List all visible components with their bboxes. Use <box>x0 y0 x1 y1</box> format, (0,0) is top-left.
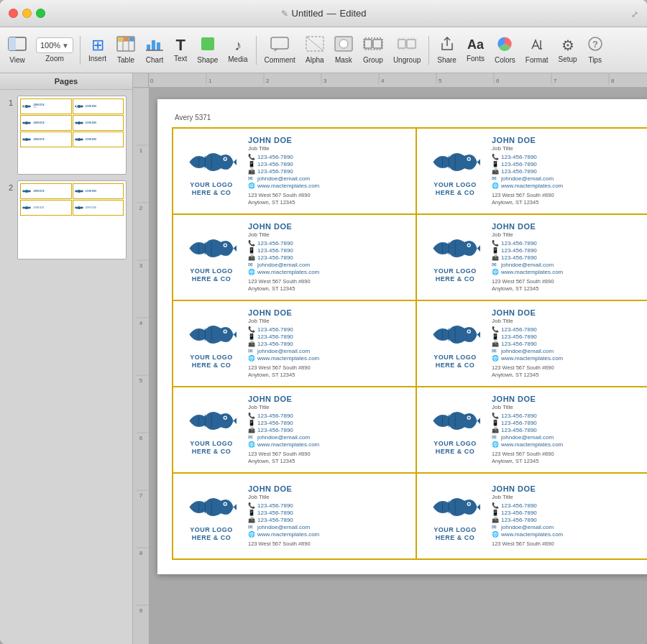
main-editing-area[interactable]: 0 1 2 3 4 5 6 7 <box>133 73 647 644</box>
svg-rect-9 <box>147 45 150 50</box>
title-separator: — <box>327 8 336 19</box>
card-2-name: JOHN DOE <box>492 136 647 144</box>
fax-icon-8: 📠 <box>492 427 499 433</box>
group-tool[interactable]: Group <box>359 33 387 67</box>
svg-rect-21 <box>373 40 382 48</box>
phone-icon-10: 📞 <box>492 502 499 509</box>
format-tool[interactable]: Format <box>521 33 553 67</box>
web-icon-4: 🌐 <box>492 269 499 275</box>
fish-logo-3 <box>186 232 237 264</box>
svg-point-99 <box>468 331 470 333</box>
mobile-icon-1: 📱 <box>248 161 255 167</box>
insert-tool[interactable]: ⊞ Insert <box>84 34 111 65</box>
svg-text:3: 3 <box>139 262 143 269</box>
web-icon-7: 🌐 <box>248 441 255 448</box>
fish-logo-2 <box>430 146 480 178</box>
alpha-tool[interactable]: Alpha <box>301 33 329 67</box>
card-2-right: JOHN DOE Job Title 📞123-456-7890 📱123-45… <box>492 136 647 207</box>
insert-label: Insert <box>88 55 106 63</box>
media-tool[interactable]: ♪ Media <box>224 34 252 66</box>
chart-icon <box>145 36 164 55</box>
svg-point-114 <box>224 503 226 505</box>
email-icon-4: ✉ <box>492 262 499 268</box>
setup-tool[interactable]: ⚙ Setup <box>554 34 582 66</box>
svg-text:4: 4 <box>139 320 143 326</box>
mobile-icon-8: 📱 <box>492 420 499 426</box>
view-tool[interactable]: View <box>3 33 32 67</box>
card-2-title: Job Title <box>492 145 647 152</box>
ungroup-tool[interactable]: Ungroup <box>389 33 425 67</box>
phone-icon-1: 📞 <box>248 154 255 160</box>
mobile-icon-2: 📱 <box>492 161 499 167</box>
mask-label: Mask <box>335 56 352 64</box>
sidebar-header: Pages <box>0 73 132 90</box>
svg-rect-34 <box>149 73 647 87</box>
sidebar: Pages 1 JOHN DOEJob <box>0 73 133 644</box>
mobile-icon-6: 📱 <box>492 334 499 340</box>
table-tool[interactable]: Table <box>112 33 139 67</box>
card-5-left: YOUR LOGOHERE & CO <box>179 318 244 369</box>
comment-icon <box>270 36 290 55</box>
zoom-label: Zoom <box>45 55 64 63</box>
share-tool[interactable]: Share <box>433 33 461 67</box>
fullscreen-icon[interactable]: ⤢ <box>631 7 638 20</box>
page-number-2: 2 <box>6 183 13 192</box>
svg-text:8: 8 <box>139 550 143 556</box>
svg-text:7: 7 <box>139 492 143 499</box>
email-icon-2: ✉ <box>492 175 499 182</box>
svg-rect-6 <box>118 37 123 41</box>
email-icon-5: ✉ <box>248 348 255 354</box>
fish-logo-5 <box>186 318 237 351</box>
tips-tool[interactable]: ? Tips <box>583 33 607 67</box>
colors-tool[interactable]: Colors <box>490 33 520 67</box>
pages-panel[interactable]: 1 JOHN DOEJob JOHN DOE <box>0 90 132 644</box>
card-3-right: JOHN DOE Job Title 📞123-456-7890 📱123-45… <box>248 222 410 293</box>
fax-icon-2: 📠 <box>492 168 499 175</box>
document-status: Edited <box>340 8 367 19</box>
zoom-input[interactable]: 100% ▼ <box>36 37 73 53</box>
svg-point-104 <box>224 417 226 419</box>
card-10: YOUR LOGOHERE & CO JOHN DOE Job Title 📞1… <box>416 473 647 559</box>
zoom-control[interactable]: 100% ▼ Zoom <box>33 34 76 65</box>
fonts-tool[interactable]: Aa Fonts <box>462 34 489 65</box>
separator-3 <box>428 36 429 65</box>
fish-logo-7 <box>186 405 237 437</box>
page-thumbnail-1[interactable]: JOHN DOEJob JOHN DOE JOHN DOE <box>17 96 127 175</box>
card-6: YOUR LOGOHERE & CO JOHN DOE Job Title 📞1… <box>416 300 647 387</box>
svg-point-109 <box>468 417 470 419</box>
mask-tool[interactable]: Mask <box>330 33 357 67</box>
ruler-corner <box>133 73 149 87</box>
svg-text:7: 7 <box>554 78 557 84</box>
fish-logo-9 <box>186 491 237 523</box>
page-thumb-1[interactable]: 1 JOHN DOEJob JOHN DOE <box>6 96 127 175</box>
text-label: Text <box>174 55 187 63</box>
page-number-1: 1 <box>6 98 13 107</box>
email-icon-9: ✉ <box>248 524 255 530</box>
fax-icon-3: 📠 <box>248 254 255 261</box>
content-area: Pages 1 JOHN DOEJob <box>0 73 647 644</box>
page-thumb-2[interactable]: 2 JOHN DOE JOHN DOE <box>6 180 127 259</box>
business-cards-grid: YOUR LOGO HERE & CO JOHN DOE Job Title 📞 <box>172 127 647 560</box>
svg-point-74 <box>224 158 226 160</box>
format-label: Format <box>526 56 549 64</box>
chart-tool[interactable]: Chart <box>141 33 168 67</box>
view-icon <box>7 36 27 55</box>
comment-tool[interactable]: Comment <box>260 33 300 67</box>
text-tool[interactable]: T Text <box>170 34 191 65</box>
card-9-left: YOUR LOGOHERE & CO <box>179 491 244 542</box>
document-area[interactable]: Avery 5371 <box>149 88 647 644</box>
minimize-button[interactable] <box>22 9 32 18</box>
maximize-button[interactable] <box>36 9 45 18</box>
svg-rect-11 <box>157 42 160 50</box>
card-4: YOUR LOGOHERE & CO JOHN DOE Job Title 📞1… <box>416 214 647 300</box>
svg-point-94 <box>224 331 226 333</box>
scroll-content[interactable]: 1 2 3 4 5 6 7 8 <box>133 88 647 644</box>
card-9-right: JOHN DOE Job Title 📞123-456-7890 📱123-45… <box>248 484 410 548</box>
svg-text:1: 1 <box>139 147 143 154</box>
svg-rect-20 <box>364 40 372 48</box>
close-button[interactable] <box>9 9 18 18</box>
shape-tool[interactable]: Shape <box>193 33 222 67</box>
phone-icon-4: 📞 <box>492 240 499 247</box>
svg-point-119 <box>468 503 470 505</box>
page-thumbnail-2[interactable]: JOHN DOE JOHN DOE JOHN DOE <box>17 180 127 259</box>
